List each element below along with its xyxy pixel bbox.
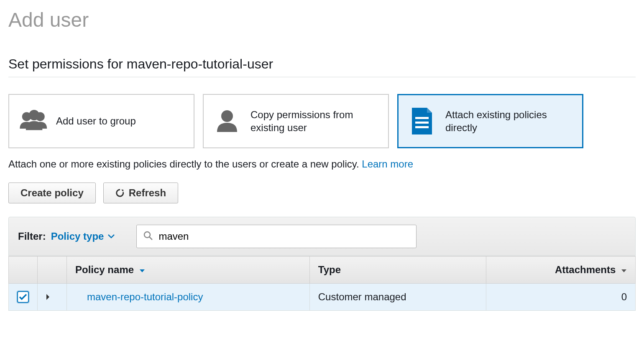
sort-caret-down-icon [139, 264, 145, 275]
option-label: Copy permissions from existing user [250, 108, 380, 134]
header-checkbox [9, 256, 38, 284]
action-row: Create policy Refresh [8, 183, 636, 203]
policy-document-icon [407, 106, 437, 136]
search-wrap [136, 225, 417, 248]
row-attachments-cell: 0 [486, 284, 635, 311]
option-add-to-group[interactable]: Add user to group [8, 94, 194, 148]
page-title: Add user [8, 8, 636, 31]
filter-label: Filter: [18, 231, 46, 242]
option-attach-policies[interactable]: Attach existing policies directly [397, 94, 583, 148]
row-checkbox-cell [9, 284, 38, 311]
policy-name-link[interactable]: maven-repo-tutorial-policy [87, 291, 203, 302]
header-expand [38, 256, 67, 284]
help-text-body: Attach one or more existing policies dir… [8, 158, 362, 170]
filter-bar: Filter: Policy type [8, 217, 636, 256]
filter-dropdown-label: Policy type [51, 231, 104, 242]
row-expand-cell[interactable] [38, 284, 67, 311]
search-input[interactable] [136, 225, 417, 248]
svg-rect-4 [415, 117, 429, 119]
header-attachments[interactable]: Attachments [486, 256, 635, 284]
group-icon [18, 106, 48, 136]
svg-rect-6 [415, 126, 429, 128]
filter-type-dropdown[interactable]: Policy type [51, 231, 115, 242]
refresh-button[interactable]: Refresh [103, 183, 178, 203]
help-text: Attach one or more existing policies dir… [8, 158, 636, 170]
learn-more-link[interactable]: Learn more [362, 158, 413, 170]
svg-point-7 [144, 232, 150, 238]
refresh-icon [115, 188, 125, 198]
header-attachments-label: Attachments [555, 264, 616, 275]
svg-point-3 [221, 110, 233, 122]
option-label: Attach existing policies directly [445, 108, 574, 134]
row-type-cell: Customer managed [309, 284, 486, 311]
row-checkbox[interactable] [17, 291, 29, 303]
sort-caret-down-icon [621, 264, 627, 275]
create-policy-button[interactable]: Create policy [8, 183, 96, 203]
row-policy-name-cell: maven-repo-tutorial-policy [67, 284, 310, 311]
header-policy-name-label: Policy name [75, 264, 134, 275]
user-icon [212, 106, 242, 136]
header-type[interactable]: Type [309, 256, 486, 284]
table-row[interactable]: maven-repo-tutorial-policy Customer mana… [9, 284, 636, 311]
policies-table: Policy name Type Attachments [8, 256, 636, 311]
svg-rect-5 [415, 122, 429, 124]
svg-line-8 [149, 237, 152, 240]
chevron-down-icon [108, 234, 115, 238]
svg-point-2 [36, 112, 45, 121]
permission-options: Add user to group Copy permissions from … [8, 94, 636, 148]
caret-right-icon [46, 291, 50, 302]
option-label: Add user to group [56, 114, 136, 127]
option-copy-permissions[interactable]: Copy permissions from existing user [203, 94, 389, 148]
header-policy-name[interactable]: Policy name [67, 256, 310, 284]
refresh-label: Refresh [129, 187, 166, 199]
section-title: Set permissions for maven-repo-tutorial-… [8, 56, 636, 77]
search-icon [143, 231, 153, 242]
